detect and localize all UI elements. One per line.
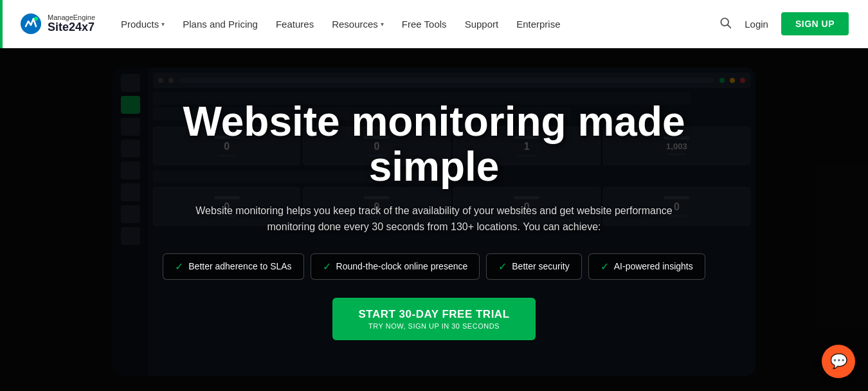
nav-free-tools[interactable]: Free Tools: [402, 19, 447, 30]
feature-badges: ✓ Better adherence to SLAs ✓ Round-the-c…: [163, 253, 705, 280]
logo-text: ManageEngine Site24x7: [48, 14, 95, 34]
badge-check-4: ✓: [601, 260, 609, 273]
chat-icon: 💬: [830, 353, 847, 370]
nav-links: Products ▾ Plans and Pricing Features Re…: [121, 19, 719, 30]
nav-right: Login SIGN UP: [719, 12, 849, 35]
badge-label-2: Round-the-clock online presence: [336, 261, 468, 271]
trial-btn-sub: TRY NOW, SIGN UP IN 30 SECONDS: [358, 322, 509, 330]
svg-point-1: [34, 17, 38, 21]
hero-section: 0 0 1: [0, 48, 868, 391]
trial-btn-main: START 30-DAY FREE TRIAL: [358, 308, 509, 321]
nav-resources[interactable]: Resources ▾: [332, 19, 384, 30]
badge-label-1: Better adherence to SLAs: [188, 261, 291, 271]
nav-support[interactable]: Support: [465, 19, 499, 30]
badge-sla: ✓ Better adherence to SLAs: [163, 253, 303, 280]
nav-enterprise[interactable]: Enterprise: [516, 19, 560, 30]
badge-check-2: ✓: [323, 260, 331, 273]
logo-area[interactable]: ManageEngine Site24x7: [19, 12, 95, 35]
search-icon: [719, 16, 732, 29]
badge-ai: ✓ AI-powered insights: [588, 253, 705, 280]
hero-subtitle: Website monitoring helps you keep track …: [177, 203, 691, 235]
badge-check-1: ✓: [175, 260, 183, 273]
logo-icon: [19, 12, 42, 35]
logo-site-text: Site24x7: [48, 21, 95, 34]
badge-security: ✓ Better security: [486, 253, 581, 280]
badge-online: ✓ Round-the-clock online presence: [311, 253, 480, 280]
nav-products[interactable]: Products ▾: [121, 19, 165, 30]
signup-button[interactable]: SIGN UP: [781, 12, 849, 35]
login-button[interactable]: Login: [745, 19, 768, 30]
hero-content: Website monitoring made simple Website m…: [0, 48, 868, 391]
accent-bar: [0, 0, 3, 48]
badge-label-4: AI-powered insights: [614, 261, 693, 271]
badge-check-3: ✓: [498, 260, 507, 273]
chat-widget[interactable]: 💬: [822, 345, 855, 378]
hero-title: Website monitoring made simple: [145, 99, 723, 190]
svg-line-3: [728, 24, 731, 28]
resources-chevron-icon: ▾: [381, 21, 384, 28]
nav-plans-pricing[interactable]: Plans and Pricing: [183, 19, 258, 30]
navbar: ManageEngine Site24x7 Products ▾ Plans a…: [0, 0, 868, 48]
nav-features[interactable]: Features: [276, 19, 314, 30]
trial-button[interactable]: START 30-DAY FREE TRIAL TRY NOW, SIGN UP…: [332, 298, 535, 340]
badge-label-3: Better security: [512, 261, 569, 271]
products-chevron-icon: ▾: [161, 21, 165, 28]
search-button[interactable]: [719, 16, 732, 32]
